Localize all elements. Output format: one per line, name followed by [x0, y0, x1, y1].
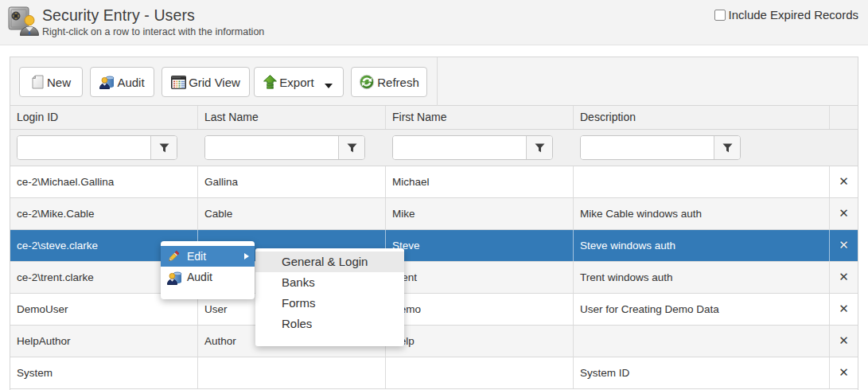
submenu-item-roles[interactable]: Roles — [255, 314, 404, 334]
button-label: Refresh — [377, 76, 419, 89]
cell-delete: ✕ — [830, 357, 858, 388]
grid-filter-row — [10, 130, 858, 166]
table-row-helpauthor[interactable]: HelpAuthorAuthorHelp✕ — [10, 326, 858, 357]
cell-desc: Trent windows auth — [574, 262, 830, 293]
export-icon — [263, 75, 277, 89]
delete-row-icon[interactable]: ✕ — [839, 271, 849, 283]
button-label: New — [47, 76, 71, 89]
filter-cell-login-id — [10, 130, 198, 166]
filter-cell-description — [574, 130, 830, 166]
cell-last: Gallina — [198, 166, 386, 197]
context-submenu: General & LoginBanksFormsRoles — [255, 248, 404, 346]
filter-input-login-id[interactable] — [18, 136, 150, 159]
filter-cell-last-name — [198, 130, 386, 166]
grid-body: ce-2\Michael.GallinaGallinaMichael✕ce-2\… — [10, 166, 858, 389]
button-label: Export — [279, 76, 313, 89]
refresh-icon — [359, 74, 375, 90]
table-row-system[interactable]: SystemSystem ID✕ — [10, 357, 858, 389]
filter-menu-button[interactable] — [338, 136, 364, 159]
column-header-login-id[interactable]: Login ID — [10, 106, 198, 129]
context-menu-item-label: Audit — [187, 271, 212, 283]
cell-delete: ✕ — [830, 198, 858, 229]
include-expired-records[interactable]: Include Expired Records — [714, 8, 858, 21]
filter-group — [392, 135, 553, 160]
filter-input-description[interactable] — [581, 136, 714, 159]
cell-first: Demo — [386, 294, 574, 325]
new-document-icon — [31, 75, 45, 89]
delete-row-icon[interactable]: ✕ — [839, 208, 849, 220]
cell-first — [386, 357, 574, 388]
table-row-ce-2-trent-clarke[interactable]: ce-2\trent.clarkeClarkeTrentTrent window… — [10, 262, 858, 294]
refresh-button[interactable]: Refresh — [351, 67, 427, 97]
delete-row-icon[interactable]: ✕ — [839, 303, 849, 315]
submenu-item-general-login[interactable]: General & Login — [255, 252, 404, 272]
button-label: Audit — [117, 76, 144, 89]
filter-group — [204, 135, 365, 160]
cell-delete: ✕ — [830, 262, 858, 293]
column-header-delete — [830, 106, 858, 129]
filter-menu-button[interactable] — [714, 136, 740, 159]
filter-input-last-name[interactable] — [205, 136, 338, 159]
filter-funnel-icon — [535, 143, 545, 153]
cell-first: Steve — [386, 230, 574, 261]
include-expired-checkbox[interactable] — [714, 10, 726, 21]
dropdown-caret-icon[interactable] — [325, 84, 333, 88]
grid-header-row: Login IDLast NameFirst NameDescription — [10, 106, 858, 130]
cell-desc: User for Creating Demo Data — [574, 294, 830, 325]
cell-first: Help — [386, 326, 574, 357]
cell-delete: ✕ — [830, 230, 858, 261]
context-menu-item-edit[interactable]: Edit — [161, 246, 255, 267]
users-grid: New Audit Grid View Export — [10, 57, 858, 390]
cell-login: ce-2\Michael.Gallina — [10, 166, 198, 197]
grid-view-button[interactable]: Grid View — [162, 67, 250, 97]
context-menu-item-audit[interactable]: Audit — [161, 267, 255, 287]
page-title: Security Entry - Users — [42, 6, 264, 25]
cell-desc — [574, 166, 830, 197]
edit-pencil-icon — [167, 250, 180, 263]
delete-row-icon[interactable]: ✕ — [839, 335, 849, 347]
cell-login: ce-2\Mike.Cable — [10, 198, 198, 229]
cell-desc: System ID — [574, 357, 830, 388]
cell-desc: Steve windows auth — [574, 230, 830, 261]
audit-user-icon — [99, 75, 115, 89]
filter-menu-button[interactable] — [150, 136, 177, 159]
filter-funnel-icon — [159, 143, 169, 153]
grid-view-icon — [171, 76, 186, 89]
context-menu-item-label: Edit — [187, 250, 206, 263]
cell-desc: Mike Cable windows auth — [574, 198, 830, 229]
delete-row-icon[interactable]: ✕ — [839, 367, 849, 379]
filter-group — [580, 135, 741, 160]
cell-login: HelpAuthor — [10, 326, 198, 357]
submenu-arrow-icon — [244, 253, 249, 259]
column-header-first-name[interactable]: First Name — [386, 106, 574, 129]
cell-desc — [574, 326, 830, 357]
filter-cell-first-name — [386, 130, 574, 166]
cell-last — [198, 357, 386, 388]
filter-input-first-name[interactable] — [393, 136, 526, 159]
column-header-last-name[interactable]: Last Name — [198, 106, 386, 129]
table-row-ce-2-mike-cable[interactable]: ce-2\Mike.CableCableMikeMike Cable windo… — [10, 198, 858, 230]
grid-toolbar-buttons: New Audit Grid View Export — [10, 57, 438, 106]
audit-button[interactable]: Audit — [90, 67, 154, 97]
grid-toolbar: New Audit Grid View Export — [10, 57, 858, 106]
context-menu: Edit Audit — [161, 241, 255, 299]
page-titles: Security Entry - Users Right-click on a … — [42, 6, 264, 38]
column-header-description[interactable]: Description — [574, 106, 830, 129]
table-row-ce-2-steve-clarke[interactable]: ce-2\steve.clarkeClarkeSteveSteve window… — [10, 230, 858, 262]
filter-funnel-icon — [722, 143, 733, 153]
delete-row-icon[interactable]: ✕ — [839, 240, 849, 252]
cell-last: Cable — [198, 198, 386, 229]
submenu-item-forms[interactable]: Forms — [255, 293, 404, 314]
table-row-ce-2-michael-gallina[interactable]: ce-2\Michael.GallinaGallinaMichael✕ — [10, 166, 858, 198]
table-row-demouser[interactable]: DemoUserUserDemoUser for Creating Demo D… — [10, 294, 858, 326]
cell-delete: ✕ — [830, 294, 858, 325]
submenu-item-banks[interactable]: Banks — [255, 272, 404, 293]
filter-group — [17, 135, 177, 160]
delete-row-icon[interactable]: ✕ — [839, 176, 849, 188]
security-entry-users-page: Security Entry - Users Right-click on a … — [0, 0, 868, 390]
cell-login: System — [10, 357, 198, 388]
export-button[interactable]: Export — [254, 67, 344, 97]
filter-menu-button[interactable] — [526, 136, 552, 159]
new-button[interactable]: New — [19, 67, 83, 97]
filter-cell-delete — [830, 130, 858, 166]
